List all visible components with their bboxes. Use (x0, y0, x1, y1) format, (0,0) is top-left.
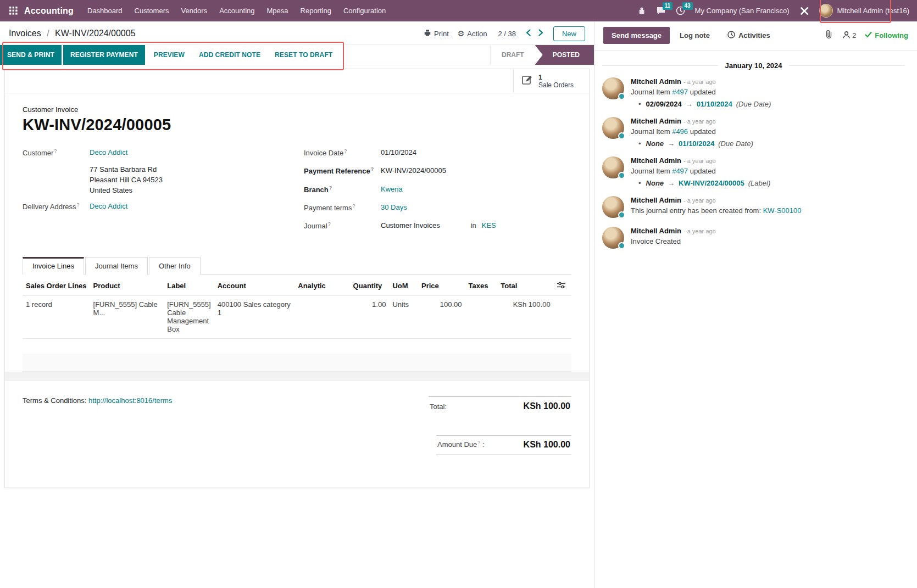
cell-product[interactable]: [FURN_5555] Cable M... (90, 295, 164, 338)
cell-quantity[interactable]: 1.00 (350, 295, 390, 338)
col-sales-order-lines[interactable]: Sales Order Lines (23, 277, 90, 295)
col-analytic[interactable]: Analytic (294, 277, 349, 295)
journal-item-link[interactable]: #497 (672, 167, 688, 175)
col-account[interactable]: Account (214, 277, 295, 295)
message-author[interactable]: Mitchell Admin (631, 227, 681, 235)
delivery-address-value[interactable]: Deco Addict (90, 202, 127, 211)
message-body: Journal Item #497 updated (631, 87, 905, 98)
send-and-print-button[interactable]: SEND & PRINT (0, 45, 62, 65)
journal-currency-value[interactable]: KES (482, 221, 496, 230)
following-button[interactable]: Following (865, 31, 908, 40)
online-presence-dot (618, 132, 625, 139)
message-author[interactable]: Mitchell Admin (631, 156, 681, 165)
nav-item-accounting[interactable]: Accounting (213, 0, 260, 21)
register-payment-button[interactable]: REGISTER PAYMENT (63, 45, 145, 65)
pager-next-icon[interactable] (538, 29, 543, 38)
activities-clock-icon[interactable]: 43 (676, 6, 685, 15)
activities-button[interactable]: Activities (720, 26, 778, 44)
message-body: Journal Item #496 updated (631, 127, 905, 137)
col-taxes[interactable]: Taxes (465, 277, 498, 295)
followers-button[interactable]: 2 (842, 31, 856, 41)
optional-columns-icon[interactable] (554, 277, 571, 295)
sale-orders-smart-button[interactable]: 1 Sale Orders (513, 69, 589, 93)
journal-value[interactable]: Customer Invoices (381, 221, 440, 230)
top-navbar: Accounting Dashboard Customers Vendors A… (0, 0, 917, 21)
message-time: - a year ago (683, 118, 716, 125)
tracking-value: None → 01/10/2024 (Due Date) (631, 139, 905, 148)
nav-item-configuration[interactable]: Configuration (337, 0, 392, 21)
sale-orders-label: Sale Orders (538, 81, 574, 89)
col-total[interactable]: Total (497, 277, 553, 295)
tools-icon[interactable] (799, 6, 809, 16)
chatter-message: Mitchell Admin- a year ago Journal Item … (602, 156, 905, 187)
message-author[interactable]: Mitchell Admin (631, 77, 681, 86)
state-draft[interactable]: DRAFT (491, 45, 535, 65)
add-credit-note-button[interactable]: ADD CREDIT NOTE (192, 45, 268, 65)
customer-value[interactable]: Deco Addict (90, 148, 127, 157)
terms-link[interactable]: http://localhost:8016/terms (88, 396, 172, 405)
app-title[interactable]: Accounting (24, 6, 74, 16)
tab-other-info[interactable]: Other Info (149, 257, 201, 275)
new-button[interactable]: New (553, 26, 585, 41)
payment-terms-value[interactable]: 30 Days (381, 203, 407, 212)
cell-label[interactable]: [FURN_5555] Cable Management Box (164, 295, 214, 338)
cell-uom[interactable]: Units (389, 295, 418, 338)
cell-sales-order-lines[interactable]: 1 record (23, 295, 90, 338)
payment-reference-value[interactable]: KW-INV/2024/00005 (381, 166, 446, 175)
message-author[interactable]: Mitchell Admin (631, 117, 681, 125)
message-time: - a year ago (683, 228, 716, 234)
messages-badge: 11 (663, 2, 673, 10)
tab-journal-items[interactable]: Journal Items (85, 257, 148, 275)
check-icon (865, 31, 872, 40)
cell-account[interactable]: 400100 Sales category 1 (214, 295, 295, 338)
debug-bug-icon[interactable] (637, 7, 646, 15)
cell-total[interactable]: KSh 100.00 (497, 295, 553, 338)
col-uom[interactable]: UoM (389, 277, 418, 295)
print-button[interactable]: Print (424, 29, 449, 38)
customer-address: 77 Santa Barbara Rd Pleasant Hill CA 945… (90, 164, 281, 195)
attachment-paperclip-icon[interactable] (825, 30, 833, 41)
chatter-panel: Send message Log note Activities 2 Follo… (594, 21, 917, 588)
message-time: - a year ago (683, 79, 716, 85)
branch-label: Branch? (304, 185, 381, 194)
messages-icon[interactable]: 11 (656, 6, 666, 15)
cell-price[interactable]: 100.00 (418, 295, 465, 338)
cell-analytic[interactable] (294, 295, 349, 338)
log-note-button[interactable]: Log note (672, 27, 718, 44)
nav-item-dashboard[interactable]: Dashboard (81, 0, 129, 21)
action-menu-button[interactable]: ⚙ Action (458, 29, 487, 38)
message-author[interactable]: Mitchell Admin (631, 196, 681, 204)
col-product[interactable]: Product (90, 277, 164, 295)
nav-item-mpesa[interactable]: Mpesa (261, 0, 294, 21)
breadcrumb-invoices[interactable]: Invoices (9, 29, 41, 38)
chatter-message: Mitchell Admin- a year ago Journal Item … (602, 77, 905, 108)
nav-item-reporting[interactable]: Reporting (294, 0, 337, 21)
invoice-line-row[interactable]: 1 record [FURN_5555] Cable M... [FURN_55… (23, 295, 571, 338)
chatter-message: Mitchell Admin- a year ago Journal Item … (602, 117, 905, 148)
nav-item-customers[interactable]: Customers (129, 0, 175, 21)
invoice-date-value[interactable]: 01/10/2024 (381, 148, 416, 157)
company-switcher[interactable]: My Company (San Francisco) (695, 7, 790, 15)
source-document-link[interactable]: KW-S00100 (763, 206, 802, 215)
status-bar: SEND & PRINT REGISTER PAYMENT PREVIEW AD… (0, 44, 594, 65)
message-body: Invoice Created (631, 237, 905, 247)
pager-previous-icon[interactable] (526, 29, 531, 38)
nav-item-vendors[interactable]: Vendors (175, 0, 213, 21)
journal-item-link[interactable]: #496 (672, 127, 688, 136)
preview-button[interactable]: PREVIEW (147, 45, 192, 65)
send-message-button[interactable]: Send message (603, 27, 670, 44)
followers-count: 2 (852, 31, 856, 40)
terms-and-conditions: Terms & Conditions: http://localhost:801… (23, 396, 172, 455)
user-menu[interactable]: Mitchell Admin (test16) (819, 4, 910, 18)
col-label[interactable]: Label (164, 277, 214, 295)
apps-grid-icon[interactable] (5, 3, 21, 19)
customer-label: Customer? (23, 148, 90, 157)
journal-item-link[interactable]: #497 (672, 88, 688, 96)
total-label: Total: (430, 402, 447, 411)
branch-value[interactable]: Kweria (381, 185, 403, 194)
col-price[interactable]: Price (418, 277, 465, 295)
cell-taxes[interactable] (465, 295, 498, 338)
tab-invoice-lines[interactable]: Invoice Lines (23, 257, 84, 275)
col-quantity[interactable]: Quantity (350, 277, 390, 295)
reset-to-draft-button[interactable]: RESET TO DRAFT (268, 45, 340, 65)
